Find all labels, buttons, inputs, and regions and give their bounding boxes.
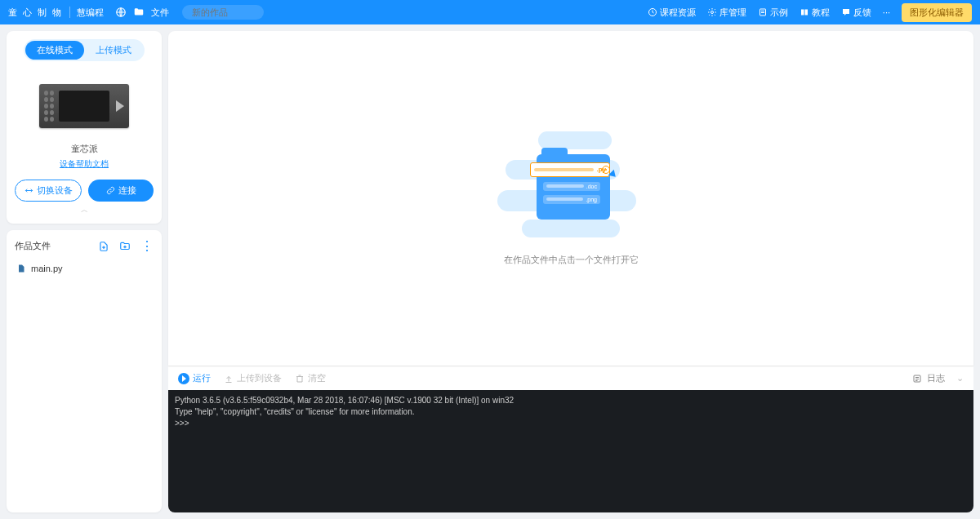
app-header: 童 心 制 物 慧编程 文件 课程资源 库管理 示例 教程 反馈 [0,0,980,24]
files-header: 作品文件 ⋮ [15,238,154,254]
file-item[interactable]: main.py [15,260,154,277]
clear-icon [295,374,305,384]
mode-tabs: 在线模式 上传模式 [24,39,145,61]
run-button[interactable]: 运行 [178,372,211,384]
globe-icon[interactable] [115,7,127,18]
nav-lib[interactable]: 库管理 [707,7,746,19]
nav-tutorial-label: 教程 [812,7,830,19]
switch-device-button[interactable]: 切换设备 [15,180,82,202]
file-menu[interactable]: 文件 [151,7,169,19]
more-icon[interactable]: ··· [883,7,890,17]
terminal[interactable]: Python 3.6.5 (v3.6.5:f59c0932b4, Mar 28 … [168,390,973,512]
files-panel: 作品文件 ⋮ main.py [7,230,162,512]
target-icon [602,166,610,174]
clear-label: 清空 [308,372,326,384]
nav-example[interactable]: 示例 [758,7,788,19]
files-title: 作品文件 [15,240,51,252]
link-icon [106,186,115,195]
tab-upload-mode[interactable]: 上传模式 [84,41,143,60]
more-files-icon[interactable]: ⋮ [140,238,154,254]
upload-button[interactable]: 上传到设备 [224,372,282,384]
logo-text: 童 心 制 物 [8,7,63,19]
folder-icon[interactable] [133,7,145,18]
clear-button[interactable]: 清空 [295,372,326,384]
svg-point-2 [710,11,713,14]
divider [69,7,70,18]
console-toolbar: 运行 上传到设备 清空 日志 ⌄ [168,366,973,390]
upload-label: 上传到设备 [237,372,282,384]
nav-feedback[interactable]: 反馈 [841,7,871,19]
device-help-link[interactable]: 设备帮助文档 [60,158,109,170]
collapse-handle[interactable]: ︿ [81,205,88,215]
python-file-icon [16,264,26,273]
play-icon [178,373,189,384]
switch-device-label: 切换设备 [37,184,73,197]
nav-feedback-label: 反馈 [853,7,871,19]
device-name: 童芯派 [71,143,98,155]
sidebar: 在线模式 上传模式 童芯派 设备帮助文档 切换设备 连接 ︿ [7,31,162,512]
log-label[interactable]: 日志 [927,372,945,384]
switch-editor-button[interactable]: 图形化编辑器 [902,3,972,22]
chevron-down-icon[interactable]: ⌄ [956,373,964,384]
files-actions: ⋮ [98,238,154,254]
header-right: 课程资源 库管理 示例 教程 反馈 ··· 图形化编辑器 [648,3,972,22]
device-panel: 在线模式 上传模式 童芯派 设备帮助文档 切换设备 连接 ︿ [7,31,162,224]
device-image [39,84,129,128]
file-name: main.py [31,264,63,273]
header-left: 童 心 制 物 慧编程 文件 [8,5,264,20]
nav-course-label: 课程资源 [660,7,696,19]
main-layout: 在线模式 上传模式 童芯派 设备帮助文档 切换设备 连接 ︿ [0,24,980,519]
nav-tutorial[interactable]: 教程 [800,7,830,19]
toolbar-right: 日志 ⌄ [912,372,964,384]
device-actions: 切换设备 连接 [15,180,154,202]
swap-icon [24,186,33,195]
terminal-prompt: >>> [175,419,189,428]
terminal-line: Python 3.6.5 (v3.6.5:f59c0932b4, Mar 28 … [175,396,514,405]
nav-example-label: 示例 [770,7,788,19]
empty-hint: 在作品文件中点击一个文件打开它 [504,254,639,266]
tab-online-mode[interactable]: 在线模式 [25,41,84,60]
run-label: 运行 [193,372,211,384]
editor-panel: py .py .doc .png 在作品文件中点击一个文件打开它 [168,31,973,366]
content-area: py .py .doc .png 在作品文件中点击一个文件打开它 运行 上传到设… [168,31,973,512]
new-file-icon[interactable] [98,241,109,252]
connect-label: 连接 [118,184,136,197]
product-name: 慧编程 [77,7,104,19]
terminal-line: Type "help", "copyright", "credits" or "… [175,407,415,416]
log-icon [912,374,922,384]
nav-course[interactable]: 课程资源 [648,7,696,19]
project-name-input[interactable] [182,5,264,20]
new-folder-icon[interactable] [119,241,131,252]
nav-lib-label: 库管理 [719,7,746,19]
upload-icon [224,374,234,384]
empty-illustration: py .py .doc .png [489,131,653,246]
connect-button[interactable]: 连接 [88,180,154,202]
